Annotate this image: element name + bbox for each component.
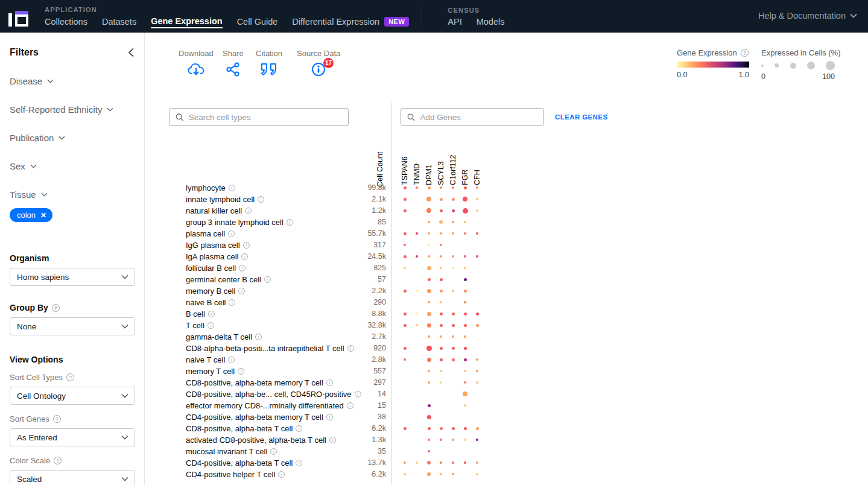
expression-dot[interactable] — [452, 427, 455, 430]
expression-dot[interactable] — [440, 427, 443, 430]
expression-dot[interactable] — [452, 198, 455, 201]
expression-dot[interactable] — [404, 347, 407, 350]
expression-dot[interactable] — [428, 381, 430, 384]
cell-type-row[interactable]: B celli8.8k — [169, 308, 386, 320]
color-scale-select[interactable]: Scaled — [10, 470, 135, 485]
expression-dot[interactable] — [464, 461, 466, 464]
expression-dot[interactable] — [427, 312, 431, 316]
expression-dot[interactable] — [463, 391, 467, 396]
info-icon[interactable]: i — [241, 253, 248, 260]
expression-dot[interactable] — [464, 278, 467, 281]
cell-type-row[interactable]: innate lymphoid celli2.1k — [169, 194, 386, 205]
expression-dot[interactable] — [427, 461, 431, 464]
expression-dot[interactable] — [440, 198, 443, 201]
expression-dot[interactable] — [476, 198, 478, 200]
cell-type-row[interactable]: CD8-positive, alpha-be... cell, CD45RO-p… — [169, 388, 386, 400]
nav-link-cell-guide[interactable]: Cell Guide — [237, 17, 278, 28]
expression-dot[interactable] — [404, 186, 407, 189]
expression-dot[interactable] — [464, 404, 466, 407]
cell-type-row[interactable]: IgG plasma celli317 — [169, 239, 386, 251]
expression-dot[interactable] — [428, 404, 431, 407]
filter-category-tissue[interactable]: Tissue — [10, 189, 135, 200]
expression-dot[interactable] — [428, 439, 430, 441]
expression-dot[interactable] — [427, 358, 431, 362]
expression-dot[interactable] — [427, 415, 431, 419]
expression-dot[interactable] — [427, 323, 431, 328]
expression-dot[interactable] — [440, 324, 443, 327]
info-icon[interactable]: i — [296, 425, 302, 432]
expression-dot[interactable] — [452, 290, 454, 292]
cell-type-row[interactable]: CD4-positive, alpha-beta memory T celli3… — [169, 411, 386, 423]
nav-link-datasets[interactable]: Datasets — [102, 17, 136, 28]
expression-dot[interactable] — [440, 255, 442, 258]
expression-dot[interactable] — [426, 346, 432, 351]
expression-dot[interactable] — [404, 232, 407, 235]
info-icon[interactable]: i — [326, 379, 333, 386]
cell-type-row[interactable]: natural killer celli1.2k — [169, 205, 386, 217]
gene-header-CFH[interactable]: CFH — [473, 170, 481, 185]
cell-type-row[interactable]: T celli32.8k — [169, 320, 386, 331]
expression-dot[interactable] — [452, 221, 454, 223]
nav-link-api[interactable]: API — [448, 17, 461, 28]
expression-dot[interactable] — [452, 347, 455, 350]
expression-dot[interactable] — [464, 427, 467, 430]
info-icon[interactable]: i — [264, 276, 271, 283]
expression-dot[interactable] — [476, 427, 479, 430]
expression-dot[interactable] — [464, 232, 466, 235]
cell-type-row[interactable]: CD4-positive helper T celli6.2k — [169, 469, 386, 480]
expression-dot[interactable] — [440, 267, 442, 269]
cell-type-row[interactable]: plasma celli55.7k — [169, 228, 386, 239]
question-circle-icon[interactable]: ? — [741, 49, 749, 57]
share-button[interactable]: Share — [223, 49, 244, 77]
collapse-sidebar-icon[interactable] — [128, 48, 135, 57]
cell-type-row[interactable]: effector memory CD8-...rminally differen… — [169, 400, 386, 411]
expression-dot[interactable] — [476, 324, 479, 327]
info-icon[interactable]: i — [270, 448, 277, 455]
group-by-select[interactable]: None — [10, 317, 135, 335]
expression-dot[interactable] — [428, 370, 430, 372]
info-icon[interactable]: i — [278, 471, 285, 478]
expression-dot[interactable] — [452, 461, 454, 464]
info-icon[interactable]: i — [296, 460, 302, 466]
expression-dot[interactable] — [427, 289, 431, 293]
expression-dot[interactable] — [440, 301, 442, 303]
expression-dot[interactable] — [426, 197, 431, 201]
organism-select[interactable]: Homo sapiens — [10, 268, 135, 286]
filter-chip-colon[interactable]: colon✕ — [10, 208, 52, 222]
expression-dot[interactable] — [416, 255, 418, 258]
cell-type-row[interactable]: CD8-positive, alpha-beta T celli6.2k — [169, 423, 386, 434]
expression-dot[interactable] — [428, 186, 431, 189]
info-icon[interactable]: i — [243, 242, 250, 249]
filter-category-sex[interactable]: Sex — [10, 161, 135, 171]
expression-dot[interactable] — [476, 370, 478, 372]
expression-dot[interactable] — [428, 255, 430, 258]
filter-category-self-reported-ethnicity[interactable]: Self-Reported Ethnicity — [10, 104, 135, 115]
expression-dot[interactable] — [428, 244, 430, 246]
info-icon[interactable]: i — [347, 345, 354, 352]
expression-dot[interactable] — [404, 312, 407, 315]
expression-dot[interactable] — [404, 209, 407, 212]
cell-type-row[interactable]: naive T celli2.8k — [169, 354, 386, 366]
expression-dot[interactable] — [464, 439, 466, 441]
expression-dot[interactable] — [416, 232, 418, 235]
expression-dot[interactable] — [476, 232, 478, 235]
info-icon[interactable]: i — [238, 368, 244, 375]
expression-dot[interactable] — [464, 301, 466, 303]
sort-genes-select[interactable]: As Entered — [10, 428, 135, 446]
expression-dot[interactable] — [440, 244, 442, 246]
info-icon[interactable]: i — [326, 414, 333, 420]
expression-dot[interactable] — [440, 439, 442, 441]
expression-dot[interactable] — [404, 255, 407, 258]
cellxgene-logo[interactable] — [8, 7, 28, 27]
gene-header-TSPAN6[interactable]: TSPAN6 — [401, 156, 409, 185]
expression-dot[interactable] — [426, 208, 431, 213]
expression-dot[interactable] — [464, 358, 467, 361]
expression-dot[interactable] — [428, 221, 430, 223]
expression-dot[interactable] — [440, 232, 442, 235]
expression-dot[interactable] — [464, 381, 466, 384]
expression-dot[interactable] — [464, 312, 467, 315]
info-icon[interactable]: i — [229, 299, 235, 306]
expression-dot[interactable] — [427, 472, 431, 476]
info-icon[interactable]: i — [238, 288, 245, 294]
info-icon[interactable]: i — [287, 219, 293, 226]
